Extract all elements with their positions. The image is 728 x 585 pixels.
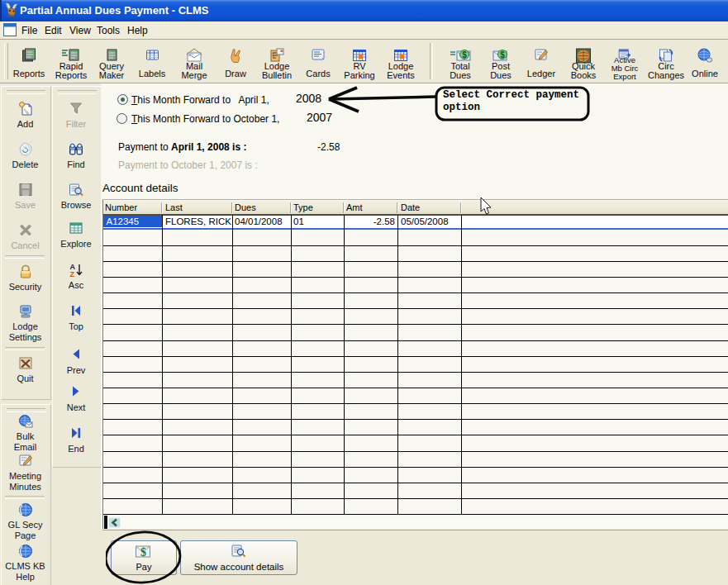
svg-text:Z: Z xyxy=(70,270,75,278)
svg-text:$: $ xyxy=(500,50,505,59)
svg-text:$: $ xyxy=(462,50,467,59)
